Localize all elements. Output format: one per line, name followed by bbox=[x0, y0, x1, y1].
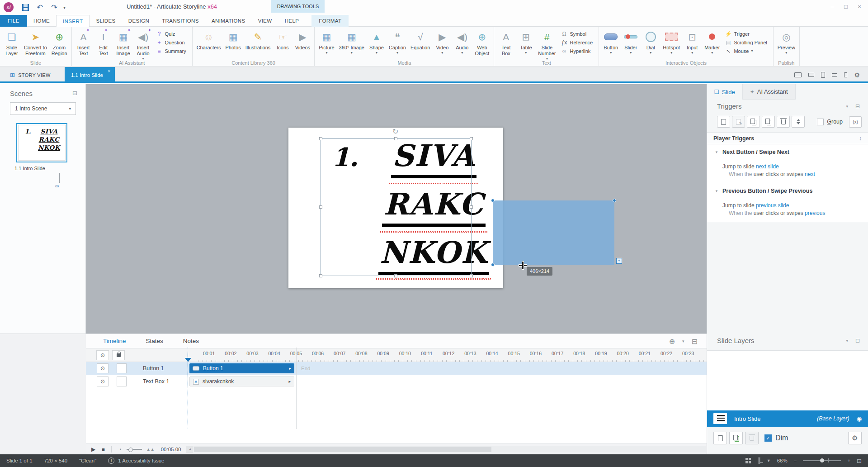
zoom-in-button[interactable]: + bbox=[847, 458, 850, 463]
tab-slide-1-1[interactable]: 1.1 Intro Slide × bbox=[65, 67, 115, 83]
tab-file[interactable]: FILE bbox=[0, 15, 27, 27]
ribbon-small-item[interactable]: ⚡ Trigger bbox=[725, 30, 769, 38]
zoom-slider-knob[interactable] bbox=[820, 458, 824, 462]
bar-expand-arrow-icon[interactable]: ▸ bbox=[288, 379, 291, 384]
ribbon-item[interactable]: Dial ▾ bbox=[641, 28, 660, 55]
phone-portrait-view-icon[interactable] bbox=[844, 72, 847, 77]
ribbon-item[interactable]: ⊞ Table ▾ bbox=[516, 28, 536, 61]
ribbon-small-item[interactable]: + Question bbox=[156, 38, 189, 46]
ribbon-item[interactable]: Hotspot ▾ bbox=[660, 28, 682, 55]
redo-button[interactable]: ↷ bbox=[49, 2, 60, 13]
ribbon-item[interactable]: ⊡ Input ▾ bbox=[682, 28, 702, 55]
new-trigger-button[interactable] bbox=[717, 116, 730, 128]
chevron-down-icon[interactable]: ▾ bbox=[711, 188, 722, 193]
timeline-zoom-slider[interactable] bbox=[127, 449, 142, 450]
tab-slides[interactable]: SLIDES bbox=[90, 15, 122, 27]
ribbon-item[interactable]: A✦ Insert Text bbox=[74, 28, 94, 61]
shape-handle[interactable] bbox=[613, 199, 616, 202]
ribbon-item[interactable]: ❏ Slide Layer bbox=[2, 28, 22, 61]
ribbon-item[interactable]: Marker ▾ bbox=[702, 28, 722, 55]
tab-insert[interactable]: INSERT bbox=[56, 15, 90, 27]
save-button[interactable] bbox=[20, 2, 31, 13]
trigger-action-link[interactable]: next slide bbox=[756, 163, 779, 170]
ribbon-item[interactable]: A Text Box bbox=[496, 28, 516, 61]
ribbon-item[interactable]: I✦ Edit Text bbox=[94, 28, 113, 61]
timeline-scrollbar[interactable] bbox=[193, 446, 706, 453]
resize-handle[interactable] bbox=[394, 274, 397, 277]
filter-icon[interactable]: ▼ bbox=[767, 458, 771, 463]
ribbon-item[interactable]: ▦✦ Insert Image bbox=[113, 28, 133, 61]
scrollbar-thumb[interactable] bbox=[194, 447, 491, 452]
close-tab-icon[interactable]: × bbox=[108, 68, 110, 74]
app-logo[interactable]: sl bbox=[4, 2, 14, 12]
desktop-view-icon[interactable] bbox=[794, 72, 802, 77]
layer-properties-button[interactable]: ⚙ bbox=[848, 432, 862, 444]
zoom-in-timeline-icon[interactable]: ▲▲ bbox=[146, 447, 155, 452]
tab-view[interactable]: VIEW bbox=[252, 15, 278, 27]
resize-handle[interactable] bbox=[470, 205, 473, 209]
ribbon-item[interactable]: ◎ Preview ▾ bbox=[775, 28, 797, 55]
ribbon-small-item[interactable]: ▤ Scrolling Panel bbox=[725, 38, 769, 46]
resize-handle[interactable] bbox=[319, 274, 322, 277]
panel-collapse-icon[interactable]: ⊟ bbox=[855, 103, 860, 110]
new-layer-button[interactable] bbox=[713, 432, 727, 444]
trigger-when-link[interactable]: previous bbox=[805, 210, 825, 216]
tab-transitions[interactable]: TRANSITIONS bbox=[156, 15, 205, 27]
trigger-previous[interactable]: ▾ Previous Button / Swipe Previous Jump … bbox=[707, 183, 868, 222]
variables-button[interactable]: (x) bbox=[849, 116, 862, 128]
ribbon-item[interactable]: ◀)✦ Insert Audio ▾ bbox=[133, 28, 153, 61]
trigger-action-link[interactable]: previous slide bbox=[756, 202, 789, 209]
ribbon-item[interactable]: ▲ Shape ▾ bbox=[367, 28, 387, 61]
section-caret-icon[interactable]: ▾ bbox=[846, 338, 848, 343]
maximize-button[interactable]: □ bbox=[839, 1, 853, 12]
ribbon-small-item[interactable]: ≡ Summary bbox=[156, 47, 189, 55]
timeline-bar-textbox1[interactable]: A sivarakcnkok ▸ bbox=[189, 376, 294, 386]
ribbon-small-item[interactable]: ? Quiz bbox=[156, 30, 189, 38]
tab-story-view[interactable]: ⊞ STORY VIEW bbox=[10, 67, 51, 83]
scene-dropdown[interactable]: 1 Intro Scene ▾ bbox=[10, 102, 76, 115]
timeline-row-button1[interactable]: ⊙ Button 1 Button 1 ▸ End bbox=[86, 362, 707, 375]
ribbon-item[interactable]: √ Equation bbox=[408, 28, 432, 61]
tab-design[interactable]: DESIGN bbox=[122, 15, 156, 27]
timeline-row-textbox1[interactable]: ⊙ Text Box 1 A sivarakcnkok ▸ bbox=[86, 375, 707, 388]
ribbon-item[interactable]: ▶ Video ▾ bbox=[432, 28, 452, 61]
scenes-collapse-icon[interactable]: ⊟ bbox=[72, 90, 77, 96]
ribbon-small-item[interactable]: ∞ Hyperlink bbox=[561, 47, 595, 55]
accessibility-status[interactable]: ! 1 Accessibility Issue bbox=[108, 457, 164, 464]
zoom-slider[interactable] bbox=[803, 460, 841, 461]
bar-expand-arrow-icon[interactable]: ▸ bbox=[289, 366, 291, 371]
grid-view-icon[interactable] bbox=[745, 458, 751, 464]
close-button[interactable]: × bbox=[853, 1, 866, 12]
ribbon-item[interactable]: ✎ Illustrations bbox=[243, 28, 273, 55]
ribbon-small-item[interactable]: ƒx Reference bbox=[561, 38, 595, 46]
button-shape-being-drawn[interactable]: + bbox=[493, 200, 614, 265]
tab-timeline[interactable]: Timeline bbox=[103, 338, 126, 344]
slide-thumbnail[interactable]: 1. SIVA RAKC NKOK bbox=[16, 123, 67, 162]
tab-ai-assistant-panel[interactable]: ✦ AI Assistant bbox=[742, 84, 796, 100]
section-caret-icon[interactable]: ▾ bbox=[846, 104, 848, 109]
ribbon-item[interactable]: ⊕ Web Object bbox=[472, 28, 492, 61]
visibility-toggle[interactable]: ⊙ bbox=[97, 363, 108, 373]
tab-notes[interactable]: Notes bbox=[183, 338, 199, 344]
timeline-ruler[interactable]: 00:0100:0200:0300:0400:0500:0600:0700:08… bbox=[188, 348, 707, 362]
phone-landscape-view-icon[interactable] bbox=[832, 73, 837, 77]
resize-handle[interactable] bbox=[394, 137, 397, 140]
resize-handle[interactable] bbox=[319, 205, 322, 209]
panel-collapse-icon[interactable]: ⊟ bbox=[692, 337, 698, 346]
resize-handle[interactable] bbox=[319, 137, 322, 140]
ribbon-item[interactable]: ⊕ Zoom Region bbox=[49, 28, 70, 61]
ribbon-item[interactable]: Slider ▾ bbox=[621, 28, 641, 55]
visibility-toggle[interactable]: ⊙ bbox=[97, 376, 108, 386]
slide-view-icon[interactable] bbox=[758, 457, 760, 464]
ribbon-item[interactable]: ❝ Caption ▾ bbox=[387, 28, 408, 61]
ribbon-item[interactable]: # Slide Number ▾ bbox=[536, 28, 558, 61]
zoom-out-timeline-icon[interactable]: ▲ bbox=[119, 448, 122, 451]
tablet-portrait-view-icon[interactable] bbox=[821, 72, 825, 78]
lock-all-button[interactable] bbox=[112, 350, 125, 360]
timeline-bar-button1[interactable]: Button 1 ▸ bbox=[189, 363, 294, 373]
trigger-next[interactable]: ▾ Next Button / Swipe Next Jump to slide… bbox=[707, 144, 868, 183]
zoom-out-button[interactable]: − bbox=[794, 458, 797, 463]
text-box-selection[interactable]: ↻ bbox=[321, 138, 472, 276]
shape-handle[interactable] bbox=[491, 199, 495, 202]
ribbon-item[interactable]: ➤ Convert to Freeform bbox=[22, 28, 49, 61]
